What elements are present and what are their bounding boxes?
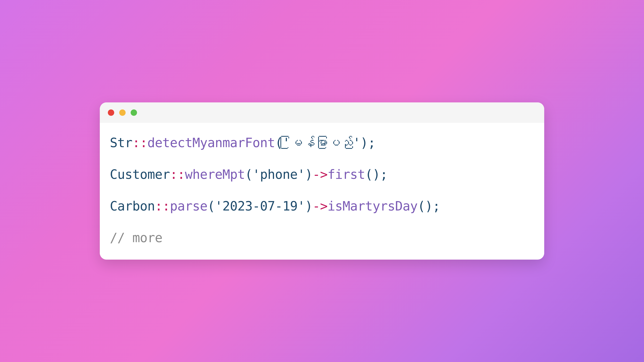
code-token: ;	[433, 199, 440, 214]
code-token: )	[305, 167, 312, 182]
code-token: )	[360, 135, 368, 150]
code-token: ;	[380, 167, 388, 182]
code-token: ()	[365, 167, 380, 182]
code-token: isMartyrsDay	[328, 199, 418, 214]
window-title-bar	[100, 102, 544, 123]
code-token: ::	[132, 135, 148, 150]
code-token: 'မြန်မာပြည်'	[282, 135, 360, 150]
minimize-icon[interactable]	[119, 109, 126, 116]
code-line: Carbon::parse('2023-07-19')->isMartyrsDa…	[110, 198, 534, 215]
code-token: (	[275, 135, 282, 150]
code-token: detectMyanmarFont	[148, 135, 275, 150]
code-token: ()	[418, 199, 433, 214]
code-line: // more	[110, 230, 534, 246]
code-token: ->	[312, 199, 328, 214]
code-line: Str::detectMyanmarFont('မြန်မာပြည်');	[110, 135, 534, 151]
code-line: Customer::whereMpt('phone')->first();	[110, 166, 534, 183]
code-window: Str::detectMyanmarFont('မြန်မာပြည်');Cus…	[100, 102, 544, 259]
code-token: (	[245, 167, 252, 182]
code-token: (	[208, 199, 215, 214]
code-token: // more	[110, 230, 162, 245]
code-token: Carbon	[110, 199, 155, 214]
code-token: '2023-07-19'	[215, 199, 305, 214]
code-token: parse	[170, 199, 208, 214]
code-token: whereMpt	[185, 167, 245, 182]
code-token: ::	[170, 167, 185, 182]
code-token: ;	[368, 135, 376, 150]
maximize-icon[interactable]	[131, 109, 137, 116]
code-token: )	[305, 199, 312, 214]
code-token: ::	[155, 199, 170, 214]
code-token: Str	[110, 135, 132, 150]
code-token: ->	[312, 167, 328, 182]
close-icon[interactable]	[108, 109, 114, 116]
code-content: Str::detectMyanmarFont('မြန်မာပြည်');Cus…	[100, 123, 544, 259]
code-token: first	[328, 167, 365, 182]
code-token: Customer	[110, 167, 170, 182]
code-token: 'phone'	[252, 167, 305, 182]
